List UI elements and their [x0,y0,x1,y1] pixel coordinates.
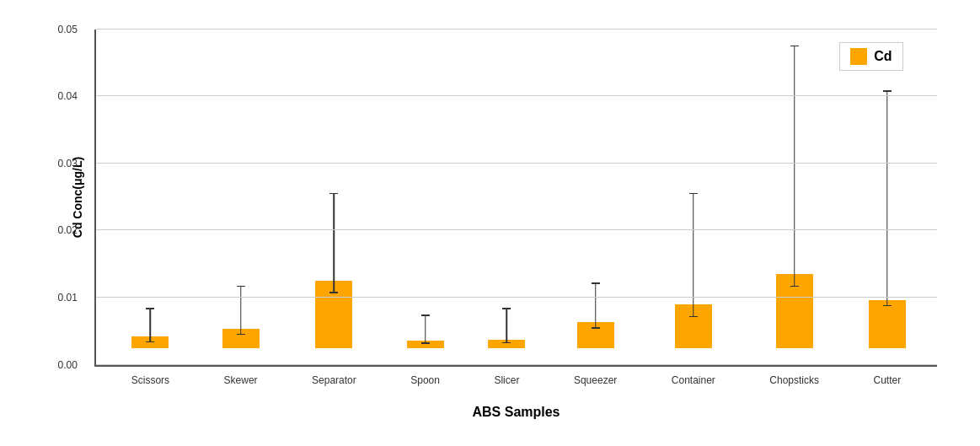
grid-line [96,163,937,164]
bar-label: Scissors [131,374,169,386]
legend-label: Cd [874,49,892,64]
legend: Cd [839,42,902,71]
grid-line [96,29,937,30]
error-bar-top-cap [592,282,600,284]
chart-container: Cd Conc(μg/L) ABS Samples ScissorsSkewer… [27,13,954,434]
error-bar-line [334,194,335,281]
chart-area: Cd Conc(μg/L) ABS Samples ScissorsSkewer… [94,30,937,367]
y-tick-label: 0.00 [58,359,78,371]
bar-label: Chopsticks [769,374,819,386]
error-bar-bottom-cap [421,342,430,344]
x-axis-label: ABS Samples [472,405,560,420]
bar-label: Slicer [494,374,519,386]
error-bar-bottom-cap [790,286,799,287]
error-bar-top-cap [329,193,338,195]
bar-label: Spoon [410,374,440,386]
y-tick-label: 0.03 [58,158,78,169]
y-tick-label: 0.04 [58,90,78,102]
error-bar-bottom-cap [592,327,600,329]
error-bar-line [794,46,795,274]
error-bar-top-cap [502,308,511,309]
error-bar-top-cap [883,90,892,92]
error-bar-line [425,316,426,341]
y-tick-label: 0.01 [58,292,78,304]
error-bar-top-cap [689,193,698,195]
error-bar-line [693,194,694,304]
bar-group: Container [672,194,715,364]
bar-label: Separator [312,374,356,386]
error-bar-top-cap [237,286,245,287]
grid-line [96,95,937,96]
bar-group: Squeezer [574,284,617,365]
error-bar-line [886,92,888,300]
error-bar-bottom-cap [883,305,892,307]
bar-group: Skewer [224,287,258,364]
bar-group: Spoon [410,316,440,365]
bar-group: Chopsticks [769,46,819,364]
grid-line [96,364,937,365]
legend-color-swatch [850,48,867,65]
bar-group: Separator [312,194,356,364]
error-bar-bottom-cap [237,334,245,336]
bar-label: Skewer [224,374,258,386]
grid-line [96,229,937,230]
bar-group: Scissors [131,309,169,365]
grid-line [96,297,937,298]
error-bar-bottom-cap [146,341,154,343]
bar-group: Cutter [873,92,901,365]
bars-container: ScissorsSkewerSeparatorSpoonSlicerSqueez… [96,30,937,365]
bar [869,300,906,348]
error-bar-line [506,309,508,340]
error-bar-top-cap [146,308,154,309]
error-bar-bottom-cap [502,342,511,344]
error-bar-top-cap [421,314,430,316]
bar-label: Squeezer [574,374,617,386]
bar-label: Container [672,374,715,386]
error-bar-bottom-cap [329,292,338,293]
error-bar-bottom-cap [689,316,698,318]
bar-group: Slicer [494,309,519,365]
error-bar-top-cap [790,46,799,47]
error-bar-line [150,309,152,336]
y-tick-label: 0.05 [58,24,78,35]
error-bar-line [240,287,242,328]
error-bar-line [595,284,597,323]
y-tick-label: 0.02 [58,224,78,236]
bar-label: Cutter [873,374,901,386]
